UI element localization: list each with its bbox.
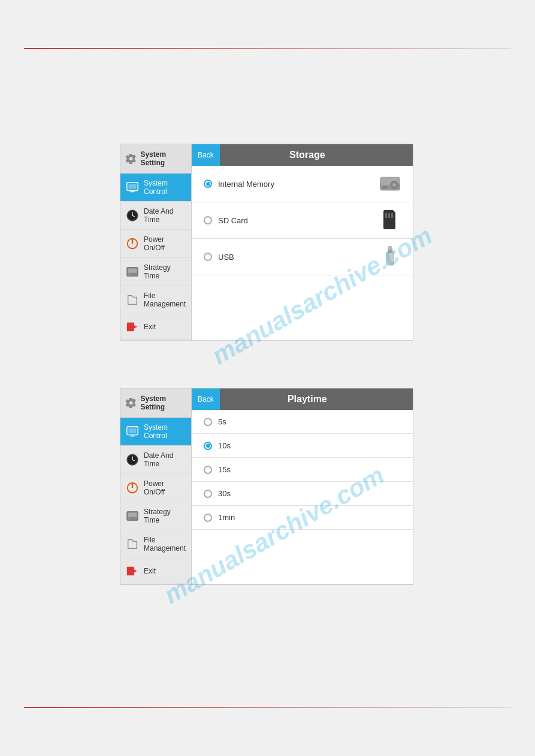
strategy-icon-1 — [125, 265, 140, 279]
sidebar-1-header-text: System Setting — [140, 150, 186, 167]
sidebar-2-header: System Setting — [120, 388, 191, 418]
storage-header: Back Storage — [192, 144, 413, 166]
storage-back-button[interactable]: Back — [192, 144, 220, 166]
radio-internal — [204, 180, 212, 188]
storage-item-sd[interactable]: SD Card — [192, 202, 413, 239]
svg-rect-19 — [385, 213, 387, 218]
file-icon-2 — [125, 537, 140, 551]
top-border — [24, 48, 511, 49]
sidebar-2-label-date-and-time: Date And Time — [144, 451, 186, 468]
svg-rect-11 — [128, 274, 131, 275]
playtime-item-1min[interactable]: 1min — [192, 506, 413, 530]
sidebar-2-label-system-control: System Control — [144, 423, 186, 440]
svg-rect-37 — [127, 567, 134, 576]
storage-item-usb[interactable]: USB — [192, 239, 413, 275]
svg-rect-21 — [391, 213, 393, 218]
sidebar-2-item-exit[interactable]: Exit — [120, 558, 191, 584]
sidebar-2-label-power: Power On/Off — [144, 479, 186, 496]
sidebar-1-item-strategy-time[interactable]: Strategy Time — [120, 258, 191, 286]
hdd-icon — [379, 173, 401, 195]
playtime-back-button[interactable]: Back — [192, 388, 220, 410]
sidebar-1-item-power[interactable]: Power On/Off — [120, 230, 191, 258]
sidebar-2-header-text: System Setting — [140, 394, 186, 411]
storage-main: Back Storage Internal Memory — [192, 144, 413, 341]
svg-rect-36 — [128, 518, 131, 520]
playtime-label-5s: 5s — [218, 417, 226, 426]
power-icon-2 — [125, 481, 140, 495]
svg-rect-22 — [386, 252, 394, 265]
sidebar-2-label-exit: Exit — [144, 567, 156, 575]
power-icon-1 — [125, 236, 140, 251]
storage-label-sd: SD Card — [218, 216, 373, 225]
playtime-item-30s[interactable]: 30s — [192, 482, 413, 506]
exit-icon-2 — [125, 564, 140, 578]
sidebar-1-item-date-and-time[interactable]: Date And Time — [120, 202, 191, 230]
sidebar-2: System Setting System Control — [120, 388, 192, 585]
sd-icon — [379, 210, 401, 231]
date-icon-1 — [125, 208, 140, 223]
sidebar-1-label-date-and-time: Date And Time — [144, 207, 186, 224]
storage-label-usb: USB — [218, 253, 373, 262]
playtime-title: Playtime — [226, 394, 413, 405]
svg-rect-1 — [129, 184, 137, 189]
sidebar-2-item-power[interactable]: Power On/Off — [120, 474, 191, 502]
system-control-icon-2 — [125, 424, 140, 439]
sidebar-1-label-exit: Exit — [144, 323, 156, 331]
svg-rect-26 — [129, 429, 137, 433]
playtime-item-10s[interactable]: 10s — [192, 434, 413, 458]
svg-rect-20 — [388, 213, 390, 218]
radio-1min — [204, 514, 212, 522]
playtime-label-1min: 1min — [218, 513, 235, 522]
sidebar-1-item-file-management[interactable]: File Management — [120, 286, 191, 314]
sidebar-1-label-power: Power On/Off — [144, 235, 186, 252]
playtime-panel: System Setting System Control — [120, 388, 413, 585]
storage-panel: System Setting System Control — [120, 144, 413, 341]
svg-rect-27 — [130, 435, 134, 436]
svg-rect-35 — [128, 513, 137, 517]
svg-rect-18 — [382, 187, 388, 189]
storage-item-internal[interactable]: Internal Memory — [192, 166, 413, 202]
playtime-header: Back Playtime — [192, 388, 413, 410]
sidebar-1-label-strategy-time: Strategy Time — [144, 263, 186, 280]
radio-15s — [204, 466, 212, 474]
playtime-item-5s[interactable]: 5s — [192, 410, 413, 434]
radio-5s — [204, 418, 212, 426]
storage-title: Storage — [226, 150, 413, 160]
radio-sd — [204, 216, 212, 224]
svg-rect-2 — [130, 191, 134, 192]
playtime-item-15s[interactable]: 15s — [192, 458, 413, 482]
sidebar-1-header: System Setting — [120, 144, 191, 174]
sidebar-2-item-system-control[interactable]: System Control — [120, 418, 191, 446]
svg-rect-13 — [132, 326, 137, 327]
file-icon-1 — [125, 293, 140, 307]
sidebar-1-label-file-management: File Management — [144, 292, 186, 308]
gear-icon-1 — [125, 152, 137, 165]
gear-icon-2 — [125, 396, 137, 409]
sidebar-1-item-exit[interactable]: Exit — [120, 314, 191, 340]
strategy-icon-2 — [125, 509, 140, 523]
bottom-border — [24, 707, 511, 708]
system-control-icon-1 — [125, 180, 140, 195]
exit-icon-1 — [125, 320, 140, 334]
playtime-label-10s: 10s — [218, 441, 231, 450]
sidebar-2-item-date-and-time[interactable]: Date And Time — [120, 446, 191, 474]
radio-10s — [204, 442, 212, 450]
radio-usb — [204, 253, 212, 261]
date-icon-2 — [125, 453, 140, 467]
sidebar-2-label-file-management: File Management — [144, 536, 186, 552]
playtime-main: Back Playtime 5s 10s 15s — [192, 388, 413, 585]
svg-rect-10 — [128, 269, 137, 273]
svg-rect-24 — [388, 246, 392, 249]
sidebar-1-label-system-control: System Control — [144, 179, 186, 196]
sidebar-2-label-strategy-time: Strategy Time — [144, 508, 186, 524]
svg-rect-23 — [388, 248, 392, 253]
sidebar-1-item-system-control[interactable]: System Control — [120, 174, 191, 202]
storage-label-internal: Internal Memory — [218, 180, 373, 189]
svg-point-17 — [393, 183, 396, 186]
sidebar-2-item-file-management[interactable]: File Management — [120, 530, 191, 558]
playtime-label-30s: 30s — [218, 489, 231, 498]
sidebar-2-item-strategy-time[interactable]: Strategy Time — [120, 502, 191, 530]
radio-30s — [204, 490, 212, 498]
sidebar-1: System Setting System Control — [120, 144, 192, 341]
playtime-label-15s: 15s — [218, 465, 231, 474]
